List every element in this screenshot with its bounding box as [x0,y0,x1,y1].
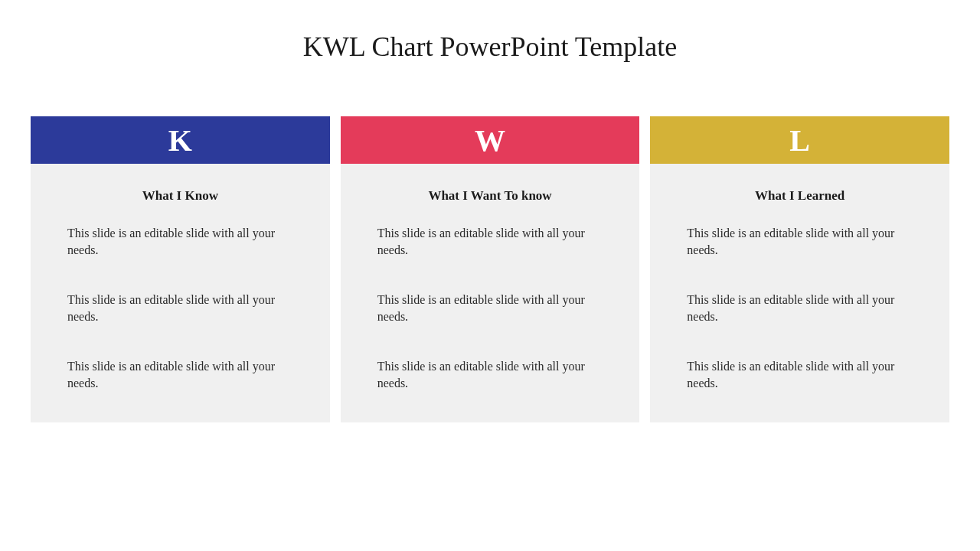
column-k-subtitle: What I Know [31,188,330,204]
column-w: W What I Want To know This slide is an e… [341,116,640,422]
column-l: L What I Learned This slide is an editab… [650,116,949,422]
column-l-letter: L [789,122,810,158]
column-w-subtitle: What I Want To know [341,188,640,204]
column-k-letter: K [168,122,192,158]
list-item: This slide is an editable slide with all… [377,358,603,391]
column-l-header: L [650,116,949,164]
list-item: This slide is an editable slide with all… [687,358,913,391]
list-item: This slide is an editable slide with all… [687,225,913,258]
column-k-body: This slide is an editable slide with all… [31,225,330,422]
list-item: This slide is an editable slide with all… [377,292,603,324]
list-item: This slide is an editable slide with all… [687,292,913,324]
slide-title: KWL Chart PowerPoint Template [31,31,949,63]
list-item: This slide is an editable slide with all… [67,292,293,324]
list-item: This slide is an editable slide with all… [377,225,603,258]
column-l-subtitle: What I Learned [650,188,949,204]
column-w-letter: W [475,122,505,158]
slide-container: KWL Chart PowerPoint Template K What I K… [0,0,980,551]
column-w-header: W [341,116,640,164]
column-l-body: This slide is an editable slide with all… [650,225,949,422]
list-item: This slide is an editable slide with all… [67,358,293,391]
column-k-header: K [31,116,330,164]
kwl-columns: K What I Know This slide is an editable … [31,116,949,422]
column-w-body: This slide is an editable slide with all… [341,225,640,422]
column-k: K What I Know This slide is an editable … [31,116,330,422]
list-item: This slide is an editable slide with all… [67,225,293,258]
